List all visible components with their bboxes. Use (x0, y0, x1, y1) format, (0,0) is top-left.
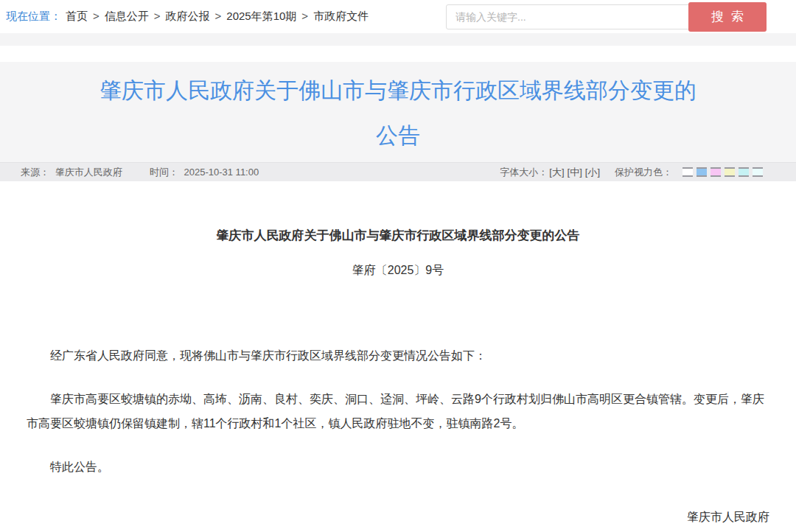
breadcrumb-separator: > (93, 10, 100, 22)
breadcrumb-label: 现在位置： (6, 10, 61, 24)
search-box: 搜索 (446, 2, 767, 32)
paragraph-1: 经广东省人民政府同意，现将佛山市与肇庆市行政区域界线部分变更情况公告如下： (27, 343, 769, 368)
eye-protection-swatch[interactable] (682, 167, 693, 177)
breadcrumb-links: 首页>信息公开>政府公报>2025年第10期>市政府文件 (66, 10, 369, 24)
breadcrumb-link[interactable]: 市政府文件 (313, 10, 369, 22)
eye-protection-swatch[interactable] (725, 167, 735, 177)
signature: 肇庆市人民政府 (27, 510, 769, 525)
eye-protection-swatch[interactable] (739, 167, 749, 177)
title-block: 肇庆市人民政府关于佛山市与肇庆市行政区域界线部分变更的 公告 (0, 62, 796, 162)
breadcrumb-separator: > (301, 10, 308, 22)
eye-protection-swatch[interactable] (696, 167, 707, 177)
source-value: 肇庆市人民政府 (55, 167, 122, 178)
breadcrumb-link[interactable]: 政府公报 (166, 10, 210, 22)
meta-bar: 来源： 肇庆市人民政府 时间： 2025-10-31 11:00 字体大小： [… (0, 162, 796, 181)
paragraph-3: 特此公告。 (27, 455, 769, 479)
breadcrumb-link[interactable]: 2025年第10期 (226, 10, 296, 22)
top-bar: 现在位置： 首页>信息公开>政府公报>2025年第10期>市政府文件 搜索 (0, 0, 796, 33)
page-title-line1: 肇庆市人民政府关于佛山市与肇庆市行政区域界线部分变更的 (29, 68, 767, 113)
breadcrumb: 现在位置： 首页>信息公开>政府公报>2025年第10期>市政府文件 (6, 10, 369, 24)
font-size-small-button[interactable]: [小] (585, 166, 600, 179)
eye-protection-label: 保护视力色： (615, 166, 672, 179)
source-label: 来源： (21, 167, 49, 178)
search-input[interactable] (446, 4, 689, 29)
page-title: 肇庆市人民政府关于佛山市与肇庆市行政区域界线部分变更的 公告 (29, 68, 767, 158)
font-size-medium-button[interactable]: [中] (568, 166, 582, 179)
eye-protection-swatches (682, 167, 767, 177)
font-size-large-button[interactable]: [大] (549, 166, 564, 179)
meta-right: 字体大小： [大] [中] [小] 保护视力色： (500, 166, 767, 179)
time-label: 时间： (150, 167, 178, 178)
breadcrumb-link[interactable]: 首页 (66, 10, 88, 22)
breadcrumb-separator: > (215, 10, 222, 22)
breadcrumb-separator: > (154, 10, 161, 22)
search-button[interactable]: 搜索 (688, 2, 767, 32)
article-heading: 肇庆市人民政府关于佛山市与肇庆市行政区域界线部分变更的公告 (27, 181, 769, 244)
divider-strip-white (0, 46, 796, 62)
time-value: 2025-10-31 11:00 (184, 167, 259, 178)
meta-left: 来源： 肇庆市人民政府 时间： 2025-10-31 11:00 (21, 166, 262, 179)
article: 肇庆市人民政府关于佛山市与肇庆市行政区域界线部分变更的公告 肇府〔2025〕9号… (0, 181, 796, 532)
divider-strip-top (0, 33, 796, 46)
page-title-line2: 公告 (29, 113, 767, 158)
eye-protection-swatch[interactable] (753, 167, 763, 177)
font-size-label: 字体大小： (500, 166, 548, 179)
article-body: 经广东省人民政府同意，现将佛山市与肇庆市行政区域界线部分变更情况公告如下： 肇庆… (27, 343, 769, 479)
eye-protection-swatch[interactable] (711, 167, 721, 177)
breadcrumb-link[interactable]: 信息公开 (105, 10, 149, 22)
doc-number: 肇府〔2025〕9号 (27, 263, 769, 279)
paragraph-2: 肇庆市高要区蛟塘镇的赤坳、高㘵、沥南、良村、奕庆、洞口、迳洞、坪岭、云路9个行政… (27, 387, 769, 435)
